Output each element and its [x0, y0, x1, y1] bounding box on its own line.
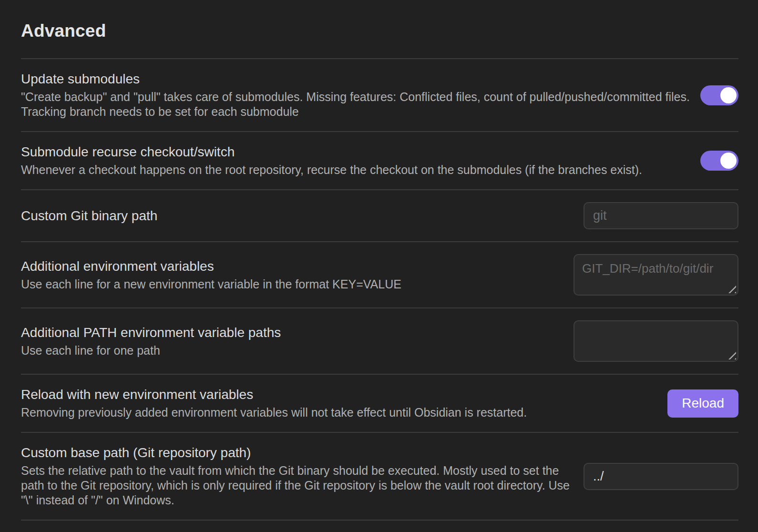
setting-info: Reload with new environment variables Re… — [21, 387, 658, 420]
setting-description: Use each line for one path — [21, 343, 564, 358]
setting-info: Additional environment variables Use eac… — [21, 258, 564, 292]
setting-description: Use each line for a new environment vari… — [21, 277, 564, 292]
setting-custom-base-path: Custom base path (Git repository path) S… — [21, 432, 738, 520]
submodule-recurse-toggle[interactable] — [700, 151, 738, 171]
setting-name: Additional PATH environment variable pat… — [21, 325, 564, 341]
textarea-wrap — [574, 320, 738, 362]
section-title: Advanced — [21, 21, 738, 41]
setting-control — [700, 85, 738, 105]
setting-name: Custom base path (Git repository path) — [21, 445, 574, 461]
toggle-knob — [720, 153, 737, 169]
setting-update-submodules: Update submodules "Create backup" and "p… — [21, 58, 738, 131]
setting-description: "Create backup" and "pull" takes care of… — [21, 90, 691, 119]
settings-pane: Advanced Update submodules "Create backu… — [0, 21, 758, 521]
git-binary-path-input[interactable] — [584, 202, 738, 229]
bottom-divider — [21, 520, 738, 521]
setting-name: Update submodules — [21, 71, 691, 87]
setting-info: Update submodules "Create backup" and "p… — [21, 71, 691, 119]
textarea-wrap — [574, 254, 738, 296]
setting-description: Whenever a checkout happens on the root … — [21, 163, 691, 177]
custom-base-path-input[interactable] — [584, 463, 738, 490]
setting-control — [574, 254, 738, 296]
setting-description: Sets the relative path to the vault from… — [21, 463, 574, 508]
setting-control: Reload — [667, 389, 738, 418]
setting-name: Custom Git binary path — [21, 208, 574, 224]
setting-reload-env: Reload with new environment variables Re… — [21, 374, 738, 432]
setting-submodule-recurse: Submodule recurse checkout/switch Whenev… — [21, 131, 738, 189]
setting-path-variables: Additional PATH environment variable pat… — [21, 307, 738, 374]
toggle-knob — [720, 87, 737, 103]
update-submodules-toggle[interactable] — [700, 85, 738, 105]
setting-control — [584, 463, 738, 490]
setting-env-variables: Additional environment variables Use eac… — [21, 241, 738, 307]
reload-button[interactable]: Reload — [667, 389, 738, 418]
setting-git-binary-path: Custom Git binary path — [21, 189, 738, 241]
setting-description: Removing previously added environment va… — [21, 405, 658, 420]
setting-info: Custom base path (Git repository path) S… — [21, 445, 574, 508]
setting-control — [700, 151, 738, 171]
setting-control — [584, 202, 738, 229]
setting-name: Additional environment variables — [21, 258, 564, 275]
setting-info: Additional PATH environment variable pat… — [21, 325, 564, 358]
setting-control — [574, 320, 738, 362]
setting-info: Custom Git binary path — [21, 208, 574, 224]
setting-info: Submodule recurse checkout/switch Whenev… — [21, 144, 691, 177]
setting-name: Submodule recurse checkout/switch — [21, 144, 691, 160]
path-variables-textarea[interactable] — [574, 320, 738, 362]
env-variables-textarea[interactable] — [574, 254, 738, 296]
setting-name: Reload with new environment variables — [21, 387, 658, 403]
